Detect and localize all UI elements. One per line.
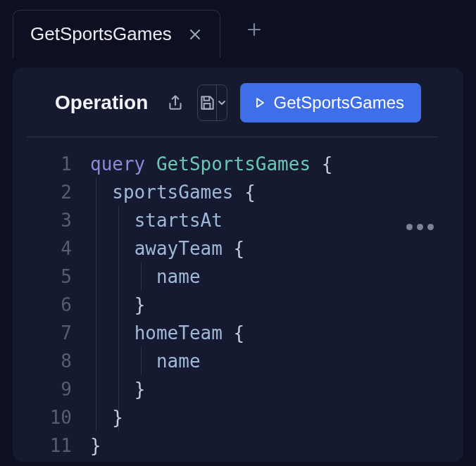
save-dropdown[interactable]: [217, 85, 227, 120]
close-icon[interactable]: [189, 28, 201, 41]
line-number: 7: [13, 319, 72, 347]
panel-header: Operation GetSportsGames: [27, 68, 438, 137]
code-line: }: [90, 403, 463, 432]
svg-rect-0: [204, 103, 211, 109]
run-button-label: GetSportsGames: [274, 93, 404, 113]
share-icon[interactable]: [166, 90, 184, 115]
line-number: 2: [13, 178, 72, 206]
code-line: startsAt: [90, 206, 463, 234]
play-icon: [254, 93, 265, 113]
line-number-gutter: 1 2 3 4 5 6 7 8 9 10 11: [13, 150, 90, 460]
save-button[interactable]: [198, 85, 217, 120]
code-editor[interactable]: 1 2 3 4 5 6 7 8 9 10 11 query GetSportsG…: [13, 137, 463, 460]
run-button[interactable]: GetSportsGames: [240, 83, 421, 122]
code-line: name: [90, 263, 463, 291]
line-number: 10: [13, 403, 72, 432]
code-line: awayTeam {: [90, 234, 463, 263]
code-line: }: [90, 432, 463, 460]
line-number: 4: [13, 234, 72, 263]
code-line: }: [90, 375, 463, 403]
code-line: }: [90, 291, 463, 319]
line-number: 6: [13, 291, 72, 319]
code-line: query GetSportsGames {: [90, 150, 463, 178]
line-number: 1: [13, 150, 72, 178]
code-line: sportsGames {: [90, 178, 463, 206]
add-tab-button[interactable]: [234, 14, 274, 45]
line-number: 8: [13, 347, 72, 375]
line-number: 11: [13, 432, 72, 460]
editor-panel: Operation GetSportsGames: [13, 68, 463, 462]
line-number: 3: [13, 206, 72, 234]
tabs-bar: GetSportsGames: [0, 0, 476, 59]
tab-label: GetSportsGames: [30, 23, 172, 45]
line-number: 9: [13, 375, 72, 403]
line-number: 5: [13, 263, 72, 291]
code-line: name: [90, 347, 463, 375]
save-button-group: [197, 84, 227, 121]
code-content[interactable]: query GetSportsGames { sportsGames { sta…: [90, 150, 463, 460]
panel-title: Operation: [55, 92, 148, 114]
code-line: homeTeam {: [90, 319, 463, 347]
tab-active[interactable]: GetSportsGames: [13, 10, 220, 58]
